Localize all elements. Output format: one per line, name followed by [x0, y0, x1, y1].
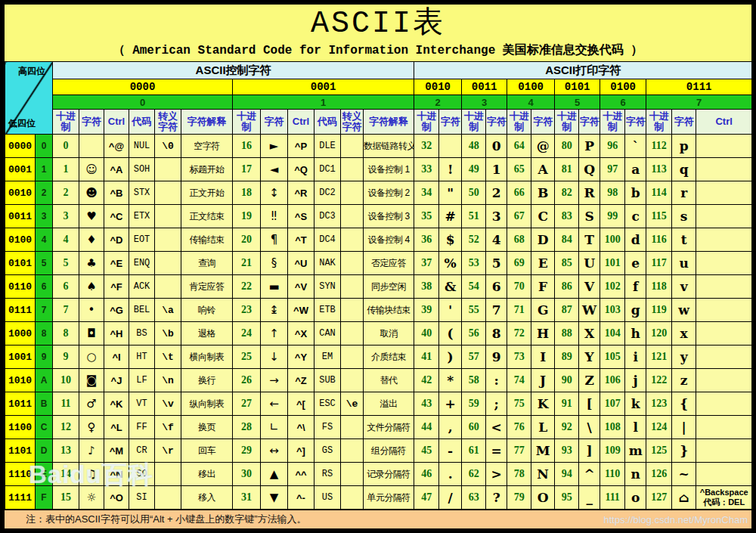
- cell-code: NAK: [314, 252, 341, 275]
- cell-dec: 25: [233, 346, 261, 369]
- cell-char: X: [579, 322, 600, 346]
- cell-dec: 94: [555, 463, 579, 486]
- cell-dec: 86: [555, 275, 579, 299]
- cell-char: §: [261, 252, 288, 275]
- cell-dec: 62: [462, 463, 486, 486]
- cell-char: →: [261, 369, 288, 392]
- cell-char: C: [531, 205, 555, 228]
- cell-ctrl: [696, 228, 752, 252]
- cell-description: 单元分隔符: [364, 486, 414, 510]
- cell-dec: 118: [646, 275, 672, 299]
- cell-ctrl: ^T: [288, 228, 314, 252]
- cell-ctrl: ^Backspace代码：DEL: [696, 486, 752, 510]
- cell-char: ↓: [261, 346, 288, 369]
- cell-dec: 6: [53, 275, 79, 299]
- cell-description: 取消: [364, 322, 414, 346]
- cell-char: M: [531, 439, 555, 463]
- cell-dec: 77: [507, 439, 531, 463]
- cell-dec: 124: [646, 416, 672, 439]
- cell-ctrl: ^@: [104, 135, 129, 158]
- cell-ctrl: ^L: [104, 416, 129, 439]
- cell-dec: 112: [646, 135, 672, 158]
- cell-char: V: [579, 275, 600, 299]
- cell-dec: 3: [53, 205, 79, 228]
- col-title-esc: 转义字符: [341, 110, 364, 135]
- cell-char: (: [439, 322, 462, 346]
- binary-col-label: 0000: [53, 79, 233, 95]
- cell-char: n: [625, 463, 646, 486]
- cell-char: ▬: [261, 275, 288, 299]
- cell-dec: 45: [414, 439, 439, 463]
- cell-dec: 35: [414, 205, 439, 228]
- cell-char: G: [531, 299, 555, 322]
- cell-char: ;: [486, 392, 507, 416]
- section-header-row: 高四位 低四位 ASCII控制字符 ASCII打印字符: [5, 62, 752, 79]
- cell-char: ♥: [79, 205, 104, 228]
- cell-char: #: [439, 205, 462, 228]
- cell-char: s: [672, 205, 696, 228]
- cell-char: ~: [672, 463, 696, 486]
- cell-code: CAN: [314, 322, 341, 346]
- cell-dec: 53: [462, 252, 486, 275]
- cell-dec: 59: [462, 392, 486, 416]
- cell-char: !: [439, 158, 462, 181]
- cell-ctrl: ^X: [288, 322, 314, 346]
- cell-dec: 51: [462, 205, 486, 228]
- cell-code: DC4: [314, 228, 341, 252]
- cell-char: o: [625, 486, 646, 510]
- cell-ctrl: ^U: [288, 252, 314, 275]
- cell-dec: 103: [600, 299, 625, 322]
- cell-dec: 34: [414, 181, 439, 205]
- cell-dec: 7: [53, 299, 79, 322]
- cell-ctrl: ^W: [288, 299, 314, 322]
- binary-col-label: 0100: [507, 79, 555, 95]
- cell-char: k: [625, 392, 646, 416]
- cell-dec: 32: [414, 135, 439, 158]
- cell-code: SYN: [314, 275, 341, 299]
- cell-char: h: [625, 322, 646, 346]
- cell-dec: 2: [53, 181, 79, 205]
- col-title-char: 字符: [261, 110, 288, 135]
- decimal-col-label: 6: [600, 95, 646, 110]
- row-binary-label: 1001: [5, 346, 36, 369]
- cell-char: 7: [486, 299, 507, 322]
- cell-ctrl: [696, 392, 752, 416]
- cell-dec: 5: [53, 252, 79, 275]
- csdn-watermark: https://blog.csdn.net/MyronCham: [603, 514, 751, 525]
- cell-dec: 107: [600, 392, 625, 416]
- cell-char: m: [625, 439, 646, 463]
- cell-char: ☻: [79, 181, 104, 205]
- row-hex-label: C: [36, 416, 53, 439]
- cell-dec: 122: [646, 369, 672, 392]
- cell-char: ◄: [261, 158, 288, 181]
- cell-dec: 68: [507, 228, 531, 252]
- row-binary-label: 1111: [5, 486, 36, 510]
- cell-char: 4: [486, 228, 507, 252]
- cell-dec: 28: [233, 416, 261, 439]
- cell-description: 溢出: [364, 392, 414, 416]
- cell-char: ▼: [261, 486, 288, 510]
- cell-char: 2: [486, 181, 507, 205]
- cell-description: 正文结束: [181, 205, 233, 228]
- cell-description: 移入: [181, 486, 233, 510]
- row-binary-label: 0111: [5, 299, 36, 322]
- cell-char: ↔: [261, 439, 288, 463]
- cell-char: D: [531, 228, 555, 252]
- cell-code: EM: [314, 346, 341, 369]
- cell-ctrl: ^B: [104, 181, 129, 205]
- cell-escape: [341, 205, 364, 228]
- binary-header-row: 0000 0001 0010 0011 0100 0101 0100 0111: [5, 79, 752, 95]
- cell-dec: 79: [507, 486, 531, 510]
- cell-char: v: [672, 275, 696, 299]
- cell-code: SUB: [314, 369, 341, 392]
- cell-dec: 93: [555, 439, 579, 463]
- col-title-char: 字符: [625, 110, 646, 135]
- cell-dec: 83: [555, 205, 579, 228]
- cell-dec: 91: [555, 392, 579, 416]
- cell-char: 9: [486, 346, 507, 369]
- cell-description: 传输结束: [181, 228, 233, 252]
- row-binary-label: 1101: [5, 439, 36, 463]
- cell-char: H: [531, 322, 555, 346]
- ascii-reference-page: ASCII表 （ American Standard Code for Info…: [5, 5, 751, 528]
- cell-char: ☼: [79, 486, 104, 510]
